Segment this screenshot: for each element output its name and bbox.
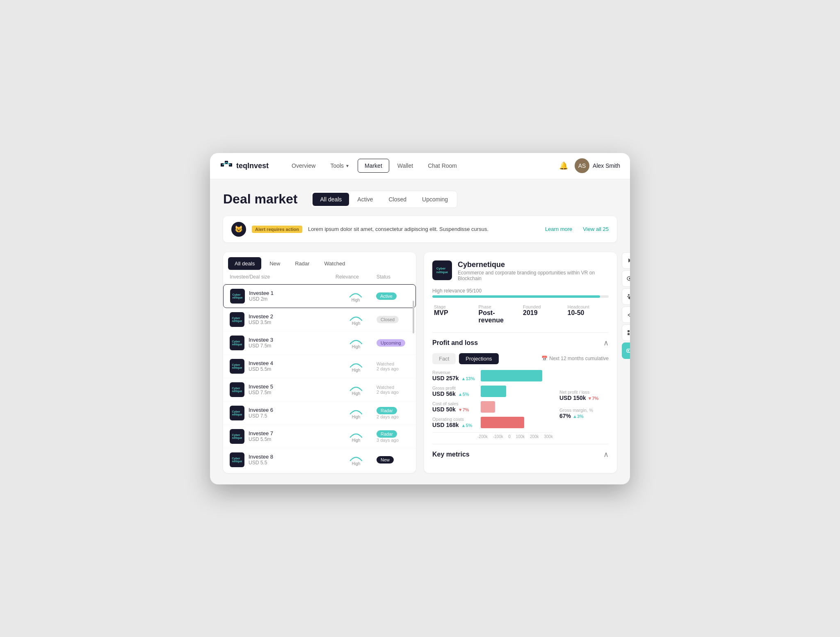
- status-text: Watched: [377, 385, 409, 390]
- section-collapse-icon[interactable]: ∧: [603, 338, 609, 347]
- axis-label: 200k: [530, 434, 539, 439]
- status-time: 2 days ago: [377, 390, 409, 395]
- deal-row[interactable]: Cybernétique Investee 6 USD 7.5 High: [223, 402, 416, 425]
- header-right: 🔔 AS Alex Smith: [559, 158, 620, 173]
- stat-stage-value: MVP: [434, 309, 474, 317]
- deal-info: Cybernétique Investee 3 USD 7.5m: [230, 336, 336, 350]
- nav-tools[interactable]: Tools ▼: [324, 159, 356, 172]
- tab-active[interactable]: Active: [350, 193, 380, 206]
- fab-controller[interactable]: [622, 342, 630, 359]
- status-badge: Active: [376, 292, 397, 300]
- deal-row[interactable]: Cybernétique Investee 1 USD 2m High Ac: [223, 284, 416, 308]
- fab-play[interactable]: [622, 252, 630, 269]
- axis-label: 300k: [544, 434, 553, 439]
- relevance-arc: High: [336, 406, 377, 419]
- view-all-link[interactable]: View all 25: [583, 226, 609, 232]
- deal-tab-watched[interactable]: Watched: [318, 257, 352, 270]
- side-metric-change: ▲3%: [573, 414, 584, 419]
- user-profile[interactable]: AS Alex Smith: [575, 158, 620, 173]
- bar-row-opex: Operating costs USD 168k ▲5%: [432, 417, 553, 428]
- col-relevance: Relevance: [336, 274, 377, 280]
- metric-change: ▲13%: [461, 376, 475, 381]
- deal-info: Cybernétique Investee 5 USD 7.5m: [230, 382, 336, 397]
- deal-row[interactable]: Cybernétique Investee 8 USD 5.5 High N: [223, 448, 416, 472]
- deal-logo: Cybernétique: [230, 382, 244, 397]
- nav-wallet[interactable]: Wallet: [391, 159, 420, 172]
- fab-paw[interactable]: [622, 288, 630, 305]
- chart-tab-projections[interactable]: Projections: [459, 353, 498, 364]
- section-title-profit: Profit and loss: [432, 339, 478, 347]
- svg-rect-14: [628, 330, 630, 332]
- side-metric-change: ▼7%: [588, 396, 599, 401]
- status-badge: Closed: [377, 316, 399, 323]
- fab-column: [622, 252, 630, 359]
- deal-tabs: All deals New Radar Watched: [223, 252, 416, 270]
- tab-closed[interactable]: Closed: [381, 193, 414, 206]
- deal-row[interactable]: Cybernétique Investee 2 USD 3.5m High: [223, 308, 416, 331]
- deal-size: USD 7.5m: [249, 390, 273, 395]
- tab-all-deals[interactable]: All deals: [313, 193, 349, 206]
- learn-more-link[interactable]: Learn more: [545, 226, 572, 232]
- scrollbar-thumb[interactable]: [413, 301, 414, 333]
- tab-upcoming[interactable]: Upcoming: [415, 193, 455, 206]
- alert-icon: 😺: [231, 222, 246, 237]
- relevance-arc: High: [335, 290, 376, 302]
- alert-banner: 😺 Alert requires action Lorem ipsum dolo…: [223, 216, 617, 242]
- side-metric-gross-margin: Gross margin, % 67% ▲3%: [559, 408, 609, 419]
- deal-tab-all[interactable]: All deals: [228, 257, 261, 270]
- nav-chatroom[interactable]: Chat Room: [421, 159, 463, 172]
- fab-share[interactable]: [622, 306, 630, 323]
- nav-overview[interactable]: Overview: [285, 159, 322, 172]
- deal-row[interactable]: Cybernétique Investee 4 USD 5.5m High: [223, 355, 416, 378]
- bar-chart-container: Revenue USD 257k ▲13%: [432, 370, 609, 439]
- deal-tab-radar[interactable]: Radar: [288, 257, 316, 270]
- relevance-arc: High: [336, 383, 377, 396]
- deal-info: Cybernétique Investee 6 USD 7.5: [230, 406, 336, 420]
- page-title: Deal market: [223, 192, 297, 207]
- side-metric-value: 67%: [559, 413, 571, 419]
- stat-founded-value: 2019: [523, 309, 563, 317]
- metric-label: Operating costs: [432, 417, 477, 422]
- header: teqInvest Overview Tools ▼ Market Wallet…: [210, 153, 630, 179]
- status-text: Watched: [377, 361, 409, 366]
- chart-tab-fact[interactable]: Fact: [432, 353, 456, 364]
- deal-logo: Cybernétique: [230, 336, 244, 350]
- deal-name: Investee 1: [249, 290, 274, 296]
- metric-value: USD 56k: [432, 390, 456, 397]
- deal-row[interactable]: Cybernétique Investee 5 USD 7.5m High: [223, 378, 416, 402]
- nav-market[interactable]: Market: [358, 159, 389, 173]
- alert-badge: Alert requires action: [252, 226, 302, 233]
- bar-chart-left: Revenue USD 257k ▲13%: [432, 370, 553, 439]
- company-logo: Cybernétique: [432, 260, 452, 280]
- fab-grid[interactable]: [622, 324, 630, 341]
- relevance-arc: High: [336, 453, 377, 466]
- deal-logo: Cybernétique: [230, 359, 244, 374]
- share-icon: [627, 312, 630, 317]
- relevance-row: High relevance 95/100: [432, 288, 609, 298]
- deal-row[interactable]: Cybernétique Investee 3 USD 7.5m High: [223, 331, 416, 355]
- page-tab-group: All deals Active Closed Upcoming: [310, 191, 457, 208]
- logo-icon: [220, 159, 233, 172]
- fab-eye[interactable]: [622, 270, 630, 287]
- relevance-bar-fill: [432, 295, 600, 298]
- key-metrics-collapse-icon[interactable]: ∧: [603, 450, 609, 459]
- logo[interactable]: teqInvest: [220, 159, 269, 172]
- relevance-arc: High: [336, 360, 377, 372]
- main-nav: Overview Tools ▼ Market Wallet Chat Room: [285, 159, 559, 173]
- deal-name: Investee 6: [249, 407, 273, 413]
- left-panel: All deals New Radar Watched Investee/Dea…: [223, 252, 416, 473]
- logo-text: teqInvest: [236, 162, 269, 170]
- stat-founded-label: Founded: [523, 304, 563, 309]
- section-title-keymetrics: Key metrics: [432, 451, 470, 458]
- stat-phase: Phase Post-revenue: [479, 304, 518, 324]
- status-time: 2 days ago: [377, 366, 409, 371]
- notification-bell-icon[interactable]: 🔔: [559, 161, 568, 170]
- stat-headcount-value: 10-50: [568, 309, 607, 317]
- bar-visual: [481, 386, 553, 397]
- deal-size: USD 5.5: [249, 460, 273, 466]
- calendar-icon: 📅: [541, 356, 548, 361]
- deal-info: Cybernétique Investee 2 USD 3.5m: [230, 312, 336, 327]
- deal-logo: Cybernétique: [230, 452, 244, 467]
- deal-row[interactable]: Cybernétique Investee 7 USD 5.5m High: [223, 425, 416, 448]
- deal-tab-new[interactable]: New: [263, 257, 287, 270]
